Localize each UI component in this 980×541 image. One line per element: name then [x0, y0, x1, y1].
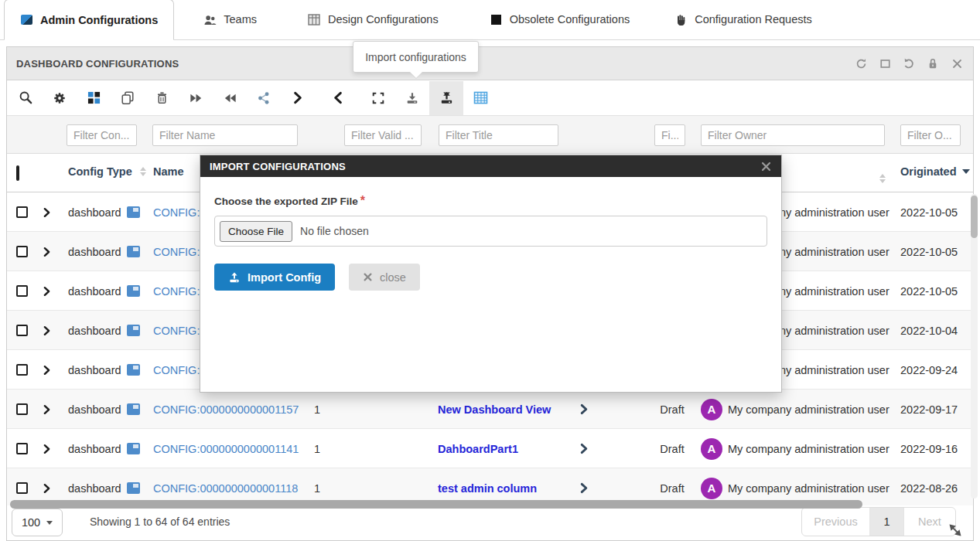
column-header-originated[interactable]: Originated	[900, 165, 970, 178]
tab-admin-configurations[interactable]: Admin Configurations	[4, 0, 174, 40]
row-expand-chevron[interactable]	[43, 232, 51, 271]
config-id-link[interactable]: CONFIG:0	[153, 350, 206, 390]
row-checkbox[interactable]	[16, 443, 28, 454]
dashboard-icon	[127, 482, 140, 494]
main-tabbar: Admin Configurations Teams Design Config…	[0, 0, 980, 40]
file-input[interactable]: Choose File No file chosen	[214, 216, 767, 247]
tooltip-text: Import configurations	[365, 51, 466, 63]
config-type-text: dashboard	[68, 482, 121, 495]
close-icon[interactable]	[950, 56, 964, 70]
import-tooltip: Import configurations	[353, 41, 479, 73]
tab-label: Teams	[224, 13, 257, 26]
config-title-link[interactable]: New Dashboard View	[438, 390, 551, 429]
download-export-icon[interactable]	[405, 90, 420, 106]
owner-avatar: A	[701, 399, 722, 420]
filter-title-input[interactable]	[439, 124, 558, 146]
modal-header: IMPORT CONFIGURATIONS	[200, 155, 781, 177]
dashboard-icon	[127, 443, 140, 454]
vertical-scrollbar-track[interactable]	[971, 194, 978, 498]
row-expand-chevron[interactable]	[43, 271, 51, 311]
config-title-link[interactable]: DahboardPart1	[438, 429, 518, 468]
dashboard-icon	[127, 285, 140, 297]
previous-page-button[interactable]: Previous	[802, 508, 870, 536]
row-checkbox[interactable]	[16, 403, 28, 415]
obsolete-configurations-icon	[490, 14, 503, 26]
share-icon[interactable]	[256, 90, 271, 106]
resize-handle-icon[interactable]	[948, 523, 962, 540]
grid-blocks-icon[interactable]	[86, 90, 101, 106]
search-icon[interactable]	[18, 90, 33, 106]
tab-design-configurations[interactable]: Design Configurations	[292, 0, 454, 39]
chevron-right-icon[interactable]	[290, 90, 306, 106]
horizontal-scrollbar[interactable]	[10, 500, 862, 509]
config-type-text: dashboard	[68, 285, 121, 298]
status-text: Draft	[643, 390, 702, 429]
trash-icon[interactable]	[154, 90, 169, 106]
originated-date: 2022-10-04	[900, 311, 958, 350]
modal-close-button[interactable]: close	[349, 264, 420, 291]
originated-date: 2022-10-05	[900, 192, 958, 232]
row-expand-chevron[interactable]	[43, 429, 51, 468]
tab-configuration-requests[interactable]: Configuration Requests	[659, 0, 828, 39]
sort-desc-icon	[962, 169, 970, 174]
config-id-link[interactable]: CONFIG:0000000000001141	[153, 429, 299, 468]
tab-obsolete-configurations[interactable]: Obsolete Configurations	[474, 0, 646, 39]
owner-avatar: A	[701, 478, 722, 499]
row-checkbox[interactable]	[16, 482, 28, 494]
undo-icon[interactable]	[902, 56, 916, 70]
config-id-link[interactable]: CONFIG:0000000000001157	[153, 390, 299, 429]
app-window: Admin Configurations Teams Design Config…	[0, 0, 980, 541]
fast-forward-icon[interactable]	[188, 90, 203, 106]
copy-icon[interactable]	[120, 90, 135, 106]
maximize-icon[interactable]	[878, 56, 892, 70]
select-all-checkbox[interactable]	[16, 165, 19, 181]
page-size-select[interactable]: 100	[12, 509, 63, 536]
row-checkbox[interactable]	[16, 206, 28, 218]
filter-config-input[interactable]	[67, 124, 137, 146]
table-footer: 100 Showing 1 to 64 of 64 entries Previo…	[7, 505, 973, 540]
modal-actions: Import Config close	[214, 264, 767, 291]
upload-import-icon[interactable]	[429, 81, 463, 115]
rewind-icon[interactable]	[222, 90, 237, 106]
row-nav-chevron[interactable]	[579, 429, 589, 468]
sort-icon[interactable]	[879, 168, 886, 183]
filter-owner-input[interactable]	[701, 124, 885, 146]
row-checkbox[interactable]	[16, 364, 28, 376]
sort-icon[interactable]	[140, 167, 146, 176]
row-expand-chevron[interactable]	[43, 311, 51, 350]
filter-misc-input[interactable]	[654, 124, 685, 146]
table-view-icon[interactable]	[473, 90, 488, 106]
choose-file-button[interactable]: Choose File	[220, 221, 292, 242]
config-type-text: dashboard	[68, 364, 121, 376]
chevron-left-icon[interactable]	[330, 90, 346, 106]
column-header-config-type[interactable]: Config Type	[68, 165, 146, 178]
row-checkbox[interactable]	[16, 325, 28, 336]
row-expand-chevron[interactable]	[43, 192, 51, 232]
config-id-link[interactable]: CONFIG:0	[153, 311, 206, 350]
settings-gear-icon[interactable]	[52, 90, 67, 106]
modal-body: Choose the exported ZIP File* Choose Fil…	[200, 177, 781, 308]
lock-icon[interactable]	[926, 56, 940, 70]
row-expand-chevron[interactable]	[43, 350, 51, 390]
filter-name-input[interactable]	[152, 124, 298, 146]
current-page-button[interactable]: 1	[870, 508, 904, 536]
column-header-name[interactable]: Name	[153, 165, 184, 178]
row-expand-chevron[interactable]	[43, 390, 51, 429]
fullscreen-icon[interactable]	[370, 90, 386, 106]
config-id-link[interactable]: CONFIG:0	[153, 192, 206, 232]
vertical-scrollbar-thumb[interactable]	[971, 196, 978, 238]
config-id-link[interactable]: CONFIG:0	[153, 271, 206, 311]
import-config-button[interactable]: Import Config	[214, 264, 335, 291]
row-checkbox[interactable]	[16, 285, 28, 297]
owner-name: My company administration user	[728, 390, 890, 429]
panel-header: DASHBOARD CONFIGURATIONS	[7, 47, 973, 80]
config-id-link[interactable]: CONFIG:0	[153, 232, 206, 271]
modal-close-icon[interactable]	[760, 161, 772, 172]
refresh-icon[interactable]	[854, 56, 868, 70]
import-configurations-modal: IMPORT CONFIGURATIONS Choose the exporte…	[200, 155, 782, 393]
tab-teams[interactable]: Teams	[188, 0, 272, 39]
filter-originated-input[interactable]	[900, 124, 961, 146]
row-checkbox[interactable]	[16, 246, 28, 257]
filter-valid-input[interactable]	[344, 124, 422, 146]
row-nav-chevron[interactable]	[579, 390, 589, 429]
